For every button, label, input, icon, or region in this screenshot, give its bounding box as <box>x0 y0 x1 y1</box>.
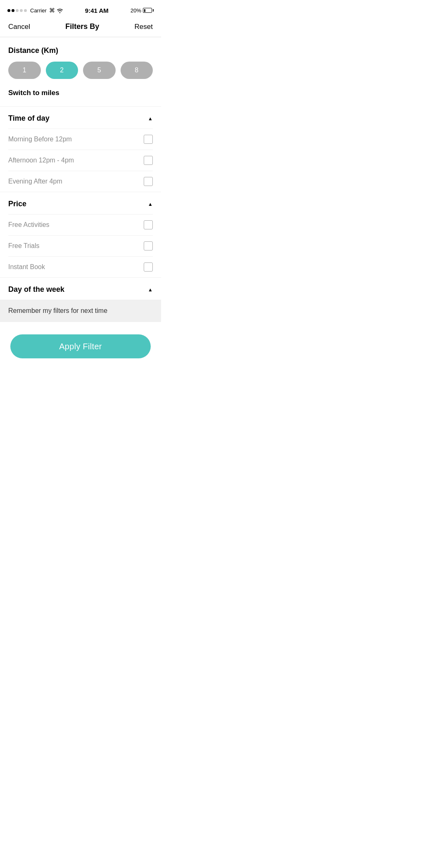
dot-3 <box>16 9 19 12</box>
price-title: Price <box>8 200 26 208</box>
status-bar: Carrier ⌘ 9:41 AM 20% <box>0 0 161 18</box>
dot-4 <box>20 9 23 12</box>
remember-filters-bar[interactable]: Remember my filters for next time <box>0 300 161 322</box>
day-of-week-title: Day of the week <box>8 285 64 294</box>
status-right: 20% <box>130 7 154 14</box>
battery-tip <box>153 9 154 12</box>
time-of-day-header[interactable]: Time of day ▲ <box>0 107 161 129</box>
evening-label: Evening After 4pm <box>8 178 62 185</box>
free-activities-label: Free Activities <box>8 221 50 229</box>
switch-miles[interactable]: Switch to miles <box>0 89 161 107</box>
day-of-week-header[interactable]: Day of the week ▲ <box>0 278 161 300</box>
price-section: Price ▲ Free Activities Free Trials Inst… <box>0 192 161 278</box>
status-left: Carrier ⌘ <box>7 7 63 14</box>
time-display: 9:41 AM <box>85 7 109 14</box>
time-of-day-section: Time of day ▲ Morning Before 12pm Aftern… <box>0 107 161 192</box>
morning-label: Morning Before 12pm <box>8 136 72 143</box>
battery-fill <box>144 9 145 12</box>
battery-icon <box>143 8 154 13</box>
day-of-week-section: Day of the week ▲ <box>0 278 161 300</box>
afternoon-label: Afternoon 12pm - 4pm <box>8 157 74 164</box>
time-of-day-title: Time of day <box>8 114 50 123</box>
morning-checkbox[interactable] <box>144 135 153 144</box>
instant-book-label: Instant Book <box>8 263 45 271</box>
distance-section: Distance (Km) 1 2 5 8 <box>0 37 161 79</box>
chevron-up-icon: ▲ <box>148 116 153 122</box>
distance-1km[interactable]: 1 <box>8 62 41 79</box>
free-trials-label: Free Trials <box>8 242 40 250</box>
day-chevron-up-icon: ▲ <box>148 287 153 293</box>
reset-button[interactable]: Reset <box>135 23 153 31</box>
dot-2 <box>12 9 14 12</box>
filter-item-free-trials: Free Trials <box>8 235 153 256</box>
dot-1 <box>7 9 10 12</box>
distance-2km[interactable]: 2 <box>46 62 78 79</box>
main-content: Distance (Km) 1 2 5 8 Switch to miles Ti… <box>0 37 161 371</box>
free-activities-checkbox[interactable] <box>144 220 153 229</box>
dot-5 <box>24 9 27 12</box>
distance-title: Distance (Km) <box>8 46 153 55</box>
distance-5km[interactable]: 5 <box>83 62 116 79</box>
price-items: Free Activities Free Trials Instant Book <box>0 214 161 277</box>
time-of-day-items: Morning Before 12pm Afternoon 12pm - 4pm… <box>0 129 161 192</box>
apply-filter-button[interactable]: Apply Filter <box>10 334 151 358</box>
instant-book-checkbox[interactable] <box>144 262 153 272</box>
battery-body <box>143 8 152 13</box>
price-header[interactable]: Price ▲ <box>0 192 161 214</box>
page-title: Filters By <box>65 22 99 31</box>
evening-checkbox[interactable] <box>144 177 153 186</box>
filter-item-afternoon: Afternoon 12pm - 4pm <box>8 150 153 171</box>
wifi-icon: ⌘ <box>49 7 63 14</box>
battery-percent: 20% <box>130 7 141 14</box>
filter-item-instant-book: Instant Book <box>8 256 153 277</box>
nav-header: Cancel Filters By Reset <box>0 18 161 37</box>
remember-filters-label: Remember my filters for next time <box>8 307 107 314</box>
filter-item-free-activities: Free Activities <box>8 214 153 235</box>
filter-item-evening: Evening After 4pm <box>8 171 153 192</box>
afternoon-checkbox[interactable] <box>144 156 153 165</box>
bottom-area: Apply Filter <box>0 322 161 371</box>
switch-miles-label: Switch to miles <box>8 89 59 97</box>
cancel-button[interactable]: Cancel <box>8 23 30 31</box>
distance-options: 1 2 5 8 <box>8 62 153 79</box>
carrier-label: Carrier <box>30 7 47 14</box>
distance-8km[interactable]: 8 <box>121 62 153 79</box>
signal-dots <box>7 9 27 12</box>
filter-item-morning: Morning Before 12pm <box>8 129 153 150</box>
free-trials-checkbox[interactable] <box>144 241 153 250</box>
price-chevron-up-icon: ▲ <box>148 201 153 207</box>
